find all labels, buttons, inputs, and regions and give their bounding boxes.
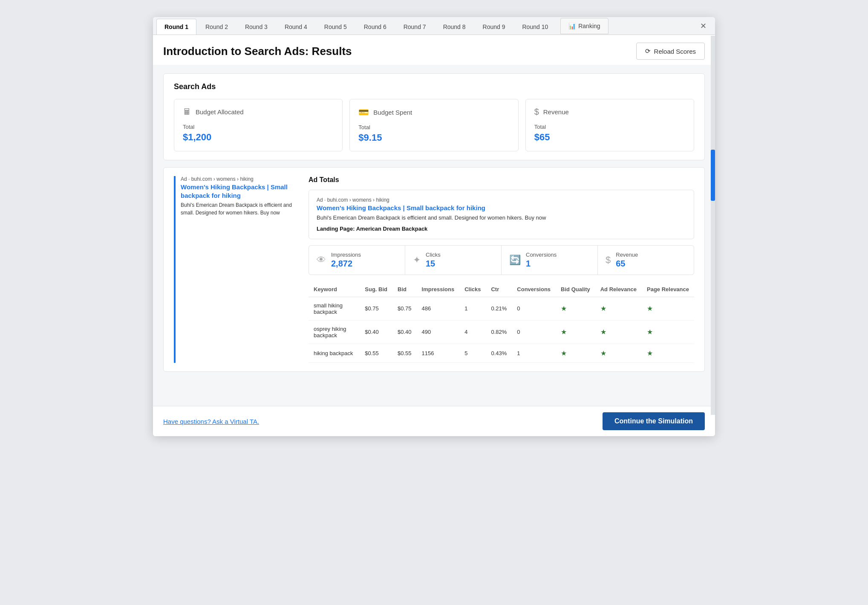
ad-preview-description: Buhi's Emerican Dream Backpack is effici… xyxy=(181,201,302,217)
table-cell: ★ xyxy=(642,344,694,362)
table-cell: ★ xyxy=(642,297,694,320)
landing-page-label: Landing Page: xyxy=(317,226,355,232)
tab-round1[interactable]: Round 1 xyxy=(156,19,196,35)
table-cell: $0.75 xyxy=(392,297,417,320)
revenue-metric: $ Revenue 65 xyxy=(598,246,694,275)
ad-detail-description: Buhi's Emerican Dream Backpack is effici… xyxy=(317,214,686,222)
col-clicks: Clicks xyxy=(459,282,486,297)
search-ads-section: Search Ads 🖩 Budget Allocated Total $1,2… xyxy=(163,73,705,160)
table-cell: 1156 xyxy=(417,344,460,362)
tabs-row: Round 1 Round 2 Round 3 Round 4 Round 5 … xyxy=(153,17,715,35)
table-cell: ★ xyxy=(556,344,595,362)
impressions-value: 2,872 xyxy=(331,259,361,269)
budget-spent-value: $9.15 xyxy=(358,132,509,143)
table-cell: ★ xyxy=(556,320,595,344)
budget-spent-title: Budget Spent xyxy=(373,109,412,116)
metrics-row: 👁 Impressions 2,872 ✦ Clicks 15 xyxy=(309,245,694,275)
budget-cards: 🖩 Budget Allocated Total $1,200 💳 Budget… xyxy=(174,99,694,151)
table-cell: 1 xyxy=(512,344,556,362)
ad-detail-breadcrumb: Ad · buhi.com › womens › hiking xyxy=(317,197,686,203)
close-button[interactable]: ✕ xyxy=(697,20,710,32)
budget-allocated-title: Budget Allocated xyxy=(196,108,244,116)
col-page-relevance: Page Relevance xyxy=(642,282,694,297)
dollar-icon: $ xyxy=(534,107,539,117)
tab-round6[interactable]: Round 6 xyxy=(356,19,395,35)
ad-relevance-star: ★ xyxy=(600,305,606,312)
table-cell: $0.55 xyxy=(360,344,392,362)
ad-preview-breadcrumb: Ad · buhi.com › womens › hiking xyxy=(181,176,302,182)
tab-round3[interactable]: Round 3 xyxy=(237,19,276,35)
clicks-info: Clicks 15 xyxy=(426,252,441,269)
reload-icon: ⟳ xyxy=(645,47,651,55)
ad-relevance-star: ★ xyxy=(600,328,606,336)
table-cell: hiking backpack xyxy=(309,344,360,362)
table-cell: 0 xyxy=(512,297,556,320)
search-ads-title: Search Ads xyxy=(174,82,694,91)
continue-simulation-button[interactable]: Continue the Simulation xyxy=(603,412,705,430)
table-cell: $0.40 xyxy=(392,320,417,344)
tab-round10[interactable]: Round 10 xyxy=(514,19,557,35)
budget-allocated-value: $1,200 xyxy=(183,132,334,143)
scrollbar-track[interactable] xyxy=(711,36,715,415)
revenue-metric-info: Revenue 65 xyxy=(616,252,638,269)
keywords-table: Keyword Sug. Bid Bid Impressions Clicks … xyxy=(309,282,694,363)
revenue-card: $ Revenue Total $65 xyxy=(525,99,694,151)
table-cell: $0.40 xyxy=(360,320,392,344)
tab-round9[interactable]: Round 9 xyxy=(475,19,513,35)
virtual-ta-link[interactable]: Have questions? Ask a Virtual TA. xyxy=(163,418,259,425)
ad-preview-title[interactable]: Women's Hiking Backpacks | Small backpac… xyxy=(181,183,302,200)
table-cell: 0 xyxy=(512,320,556,344)
tab-round5[interactable]: Round 5 xyxy=(316,19,355,35)
col-ctr: Ctr xyxy=(486,282,512,297)
table-cell: ★ xyxy=(556,297,595,320)
table-cell: 486 xyxy=(417,297,460,320)
table-cell: 5 xyxy=(459,344,486,362)
credit-card-icon: 💳 xyxy=(358,107,369,117)
scrollbar-thumb[interactable] xyxy=(711,150,715,201)
tab-ranking[interactable]: 📊 Ranking xyxy=(560,18,608,34)
footer-bar: Have questions? Ask a Virtual TA. Contin… xyxy=(153,406,715,436)
reload-scores-button[interactable]: ⟳ Reload Scores xyxy=(636,43,705,60)
budget-spent-card: 💳 Budget Spent Total $9.15 xyxy=(349,99,518,151)
col-bid-quality: Bid Quality xyxy=(556,282,595,297)
table-cell: 490 xyxy=(417,320,460,344)
revenue-label: Total xyxy=(534,124,685,130)
table-row: osprey hiking backpack$0.40$0.4049040.82… xyxy=(309,320,694,344)
ad-detail-title[interactable]: Women's Hiking Backpacks | Small backpac… xyxy=(317,204,686,211)
conversions-value: 1 xyxy=(526,259,557,269)
table-cell: $0.55 xyxy=(392,344,417,362)
revenue-value: $65 xyxy=(534,132,685,143)
reload-label: Reload Scores xyxy=(654,48,696,55)
ranking-icon: 📊 xyxy=(568,23,576,29)
tab-round8[interactable]: Round 8 xyxy=(435,19,474,35)
bid-quality-star: ★ xyxy=(561,350,567,357)
page-relevance-star: ★ xyxy=(647,305,653,312)
col-impressions: Impressions xyxy=(417,282,460,297)
conversions-label: Conversions xyxy=(526,252,557,258)
revenue-metric-icon: $ xyxy=(606,255,611,266)
tab-round2[interactable]: Round 2 xyxy=(197,19,236,35)
table-cell: ★ xyxy=(595,297,642,320)
ad-totals-title: Ad Totals xyxy=(309,176,694,184)
budget-allocated-label: Total xyxy=(183,124,334,130)
table-row: small hiking backpack$0.75$0.7548610.21%… xyxy=(309,297,694,320)
ad-detail-landing: Landing Page: American Dream Backpack xyxy=(317,226,686,232)
impressions-metric: 👁 Impressions 2,872 xyxy=(309,246,405,275)
clicks-label: Clicks xyxy=(426,252,441,258)
ad-totals-panel: Ad Totals Ad · buhi.com › womens › hikin… xyxy=(309,176,694,363)
budget-spent-header: 💳 Budget Spent xyxy=(358,107,509,117)
clicks-value: 15 xyxy=(426,259,441,269)
page-header: Introduction to Search Ads: Results ⟳ Re… xyxy=(153,35,715,65)
table-cell: osprey hiking backpack xyxy=(309,320,360,344)
budget-allocated-header: 🖩 Budget Allocated xyxy=(183,107,334,117)
main-window: Round 1 Round 2 Round 3 Round 4 Round 5 … xyxy=(153,17,715,436)
tab-round4[interactable]: Round 4 xyxy=(277,19,315,35)
col-sug-bid: Sug. Bid xyxy=(360,282,392,297)
tab-round7[interactable]: Round 7 xyxy=(395,19,434,35)
bid-quality-star: ★ xyxy=(561,328,567,336)
ad-section-box: Ad · buhi.com › womens › hiking Women's … xyxy=(163,167,705,372)
table-cell: $0.75 xyxy=(360,297,392,320)
impressions-info: Impressions 2,872 xyxy=(331,252,361,269)
col-conversions: Conversions xyxy=(512,282,556,297)
table-cell: 0.82% xyxy=(486,320,512,344)
